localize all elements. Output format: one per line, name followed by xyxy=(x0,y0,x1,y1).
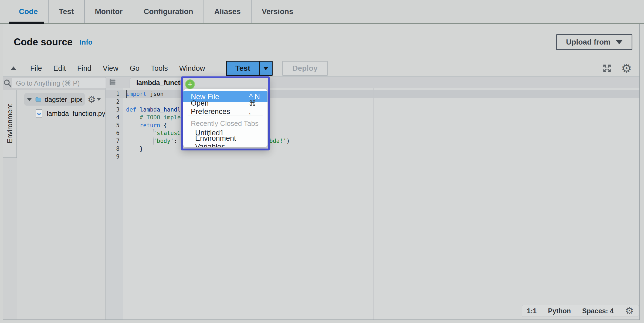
new-tab-menu: New File ^ N Open Preferences ⌘ , Recent… xyxy=(183,89,267,147)
menu-tools[interactable]: Tools xyxy=(145,64,174,73)
menu-window[interactable]: Window xyxy=(174,64,211,73)
line-number: 2 xyxy=(106,98,123,106)
svg-text:<>: <> xyxy=(37,111,41,116)
upload-from-label: Upload from xyxy=(566,38,611,46)
line-number: 8 xyxy=(106,145,123,153)
menu-item-environment-variables[interactable]: Environment Variables xyxy=(183,138,267,147)
toolbar-right-icons: ⚙ xyxy=(602,62,632,74)
search-icon[interactable] xyxy=(3,79,12,88)
line-number: 4 xyxy=(106,114,123,122)
deploy-button-disabled[interactable]: Deploy xyxy=(282,61,327,76)
menu-item-open-preferences[interactable]: Open Preferences ⌘ , xyxy=(183,102,267,113)
editor-toolbar: File Edit Find View Go Tools Window Test… xyxy=(3,60,639,77)
goto-anything-row xyxy=(3,77,105,90)
line-number: 7 xyxy=(106,137,123,145)
test-button[interactable]: Test xyxy=(227,62,259,75)
status-settings-gear-icon[interactable]: ⚙ xyxy=(625,306,634,316)
chevron-down-icon xyxy=(616,40,622,44)
tree-row-folder: dagster_pipes_funct ⚙ xyxy=(24,93,105,106)
menu-view[interactable]: View xyxy=(97,64,124,73)
new-tab-dropdown: + New File ^ N Open Preferences ⌘ , Rece… xyxy=(181,76,270,150)
environment-strip: Environment xyxy=(3,90,17,319)
indentation-status[interactable]: Spaces: 4 xyxy=(582,307,614,315)
cursor-position-status[interactable]: 1:1 xyxy=(527,307,537,315)
line-number-gutter[interactable]: 1 2 3 4 5 6 7 8 9 xyxy=(106,90,123,161)
lambda-console-page: Code Test Monitor Configuration Aliases … xyxy=(0,0,644,323)
editor-main-area: Environment dagster_pipes_funct xyxy=(3,77,639,319)
code-line xyxy=(123,153,639,161)
environment-tab[interactable]: Environment xyxy=(3,90,17,158)
tab-code[interactable]: Code xyxy=(9,0,48,23)
gear-icon: ⚙ xyxy=(87,95,96,104)
line-number: 3 xyxy=(106,106,123,114)
chevron-down-icon xyxy=(97,98,101,101)
new-tab-plus-button[interactable]: + xyxy=(185,79,195,89)
file-lambda-function-py[interactable]: <> lambda_function.py xyxy=(35,107,105,119)
explorer-body: Environment dagster_pipes_funct xyxy=(3,90,105,319)
text-cursor xyxy=(126,90,127,98)
environment-label: Environment xyxy=(6,104,14,143)
info-link[interactable]: Info xyxy=(80,38,93,46)
code-source-card: Code source Info Upload from File Edit F… xyxy=(3,24,640,320)
menu-go[interactable]: Go xyxy=(124,64,145,73)
line-number: 9 xyxy=(106,153,123,161)
file-name: lambda_function.py xyxy=(47,110,105,117)
python-file-icon: <> xyxy=(35,109,43,118)
upload-from-button[interactable]: Upload from xyxy=(556,34,632,50)
folder-settings-button[interactable]: ⚙ xyxy=(87,95,100,104)
tab-versions[interactable]: Versions xyxy=(251,0,304,23)
language-mode-status[interactable]: Python xyxy=(548,307,571,315)
fullscreen-icon[interactable] xyxy=(602,63,612,73)
recently-closed-tabs-header: Recently Closed Tabs xyxy=(183,119,267,128)
goto-anything-input[interactable] xyxy=(12,78,107,88)
menu-file[interactable]: File xyxy=(25,64,48,73)
editor-settings-gear-icon[interactable]: ⚙ xyxy=(621,62,632,74)
tab-list-icon[interactable] xyxy=(108,78,117,86)
test-dropdown-button[interactable] xyxy=(259,62,272,75)
test-split-button: Test xyxy=(226,61,273,76)
editor-status-bar: 1:1 Python Spaces: 4 ⚙ xyxy=(522,305,639,317)
folder-icon xyxy=(35,96,41,103)
tab-test[interactable]: Test xyxy=(48,0,84,23)
menu-find[interactable]: Find xyxy=(72,64,97,73)
file-explorer-panel: Environment dagster_pipes_funct xyxy=(3,77,106,319)
menu-item-label: Open Preferences xyxy=(191,99,249,116)
disclosure-triangle-icon xyxy=(27,98,32,101)
folder-dagster-pipes[interactable]: dagster_pipes_funct xyxy=(24,93,85,106)
tab-monitor[interactable]: Monitor xyxy=(84,0,133,23)
collapse-editor-icon[interactable] xyxy=(11,66,16,70)
chevron-down-icon xyxy=(263,67,269,70)
menu-item-shortcut: ⌘ , xyxy=(249,99,260,116)
line-number: 5 xyxy=(106,122,123,129)
tab-aliases[interactable]: Aliases xyxy=(204,0,251,23)
card-header: Code source Info Upload from xyxy=(3,24,639,60)
line-number: 1 xyxy=(106,90,123,98)
file-tree: dagster_pipes_funct ⚙ <> xyxy=(17,90,105,319)
line-number: 6 xyxy=(106,129,123,137)
function-tabs-nav: Code Test Monitor Configuration Aliases … xyxy=(0,0,644,24)
folder-name: dagster_pipes_funct xyxy=(45,96,82,103)
menu-edit[interactable]: Edit xyxy=(48,64,72,73)
page-title: Code source xyxy=(14,36,73,48)
tab-configuration[interactable]: Configuration xyxy=(133,0,204,23)
